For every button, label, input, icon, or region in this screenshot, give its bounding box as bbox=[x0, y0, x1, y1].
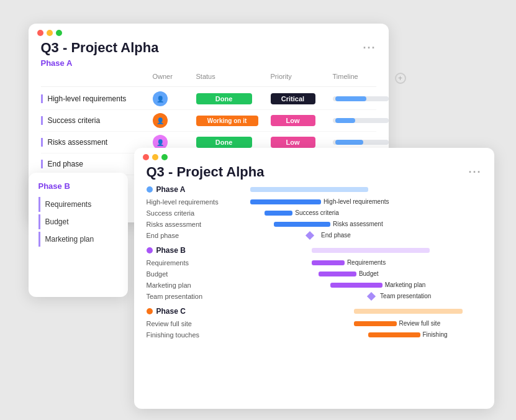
priority-badge: Critical bbox=[271, 93, 315, 104]
gantt-phase-b-header: Phase B bbox=[147, 244, 246, 257]
timeline-bar-container bbox=[333, 96, 389, 101]
bar-label: Requirements bbox=[347, 259, 386, 266]
priority-cell[interactable]: Low bbox=[271, 137, 333, 148]
avatar: 👤 bbox=[153, 91, 168, 106]
status-cell[interactable]: Working on it bbox=[196, 116, 271, 126]
gantt-task: Risks assessment bbox=[147, 219, 246, 230]
bar bbox=[312, 260, 345, 265]
gantt-phase-a-header: Phase A bbox=[147, 183, 246, 196]
gantt-phase-c-header: Phase C bbox=[147, 304, 246, 318]
gantt-bar-row: Team presentation bbox=[246, 291, 482, 302]
timeline-bar bbox=[335, 118, 355, 123]
gantt-bar-row: Success criteria bbox=[246, 208, 482, 219]
bar-label: Review full site bbox=[399, 320, 441, 327]
bar-label: High-level requirements bbox=[324, 198, 389, 205]
gantt-bar-row: Review full site bbox=[246, 318, 482, 329]
phase-b-bar-row bbox=[246, 244, 482, 257]
tl-green-2[interactable] bbox=[161, 154, 168, 160]
status-badge: Done bbox=[196, 93, 252, 104]
gantt-bar-row: Budget bbox=[246, 268, 482, 280]
timeline-bar bbox=[335, 140, 363, 145]
gantt-task: Finishing touches bbox=[147, 329, 246, 340]
gantt-task: Team presentation bbox=[147, 291, 246, 302]
table-row: High-level requirements 👤 Done Critical bbox=[41, 88, 376, 110]
more-menu-button[interactable]: ··· bbox=[363, 42, 376, 55]
phase-a-dot bbox=[147, 186, 153, 193]
traffic-lights-2 bbox=[134, 148, 494, 164]
avatar: 👤 bbox=[153, 113, 168, 128]
phase-b-dot bbox=[147, 247, 153, 253]
bar-label: Success criteria bbox=[295, 209, 339, 216]
sidebar-panel: Phase B Requirements Budget Marketing pl… bbox=[29, 173, 128, 297]
add-column-button[interactable]: + bbox=[395, 73, 406, 84]
diamond bbox=[306, 231, 314, 240]
owner-cell: 👤 bbox=[153, 91, 196, 106]
timeline-cell bbox=[333, 96, 395, 101]
phase-a-bar bbox=[250, 187, 368, 192]
timeline-bar-container bbox=[333, 140, 389, 145]
priority-cell[interactable]: Low bbox=[271, 115, 333, 126]
table-header: Owner Status Priority Timeline + bbox=[41, 73, 376, 87]
diamond bbox=[367, 292, 376, 301]
timeline-bar bbox=[335, 96, 366, 101]
phase-b-label: Phase B bbox=[38, 181, 118, 191]
bar bbox=[274, 222, 330, 227]
gantt-bar-row: High-level requirements bbox=[246, 196, 482, 208]
col-task bbox=[41, 73, 153, 84]
traffic-lights bbox=[29, 24, 389, 40]
more-menu-button-2[interactable]: ··· bbox=[468, 166, 481, 179]
phase-c-bar-row bbox=[246, 304, 482, 318]
tl-yellow-2[interactable] bbox=[152, 154, 158, 160]
tl-green[interactable] bbox=[56, 30, 62, 36]
tl-red[interactable] bbox=[37, 30, 43, 36]
gantt-grid: Phase A High-level requirements Success … bbox=[147, 183, 482, 340]
task-label: Risks assessment bbox=[41, 138, 153, 147]
bar bbox=[368, 332, 420, 337]
bar-label: End phase bbox=[321, 232, 351, 239]
priority-badge: Low bbox=[271, 137, 315, 148]
gantt-task: Success criteria bbox=[147, 208, 246, 219]
status-cell[interactable]: Done bbox=[196, 93, 271, 104]
gantt-task: High-level requirements bbox=[147, 196, 246, 208]
gantt-task: End phase bbox=[147, 230, 246, 241]
tl-yellow[interactable] bbox=[47, 30, 53, 36]
bar bbox=[354, 321, 396, 326]
priority-cell[interactable]: Critical bbox=[271, 93, 333, 104]
gantt-bar-row: End phase bbox=[246, 230, 482, 241]
gantt-bar-row: Requirements bbox=[246, 257, 482, 268]
phase-a-label: Phase A bbox=[41, 58, 376, 68]
gantt-bars: High-level requirements Success criteria… bbox=[246, 183, 482, 340]
phase-c-bar bbox=[354, 309, 463, 314]
gantt-task: Requirements bbox=[147, 257, 246, 268]
gantt-labels: Phase A High-level requirements Success … bbox=[147, 183, 246, 340]
scene: Q3 - Project Alpha ··· Phase A Owner Sta… bbox=[16, 11, 500, 409]
task-label: Success criteria bbox=[41, 116, 153, 125]
sidebar-item-budget[interactable]: Budget bbox=[38, 214, 118, 229]
sidebar-item-marketing[interactable]: Marketing plan bbox=[38, 232, 118, 247]
tl-red-2[interactable] bbox=[143, 154, 149, 160]
col-timeline: Timeline bbox=[333, 73, 395, 84]
priority-badge: Low bbox=[271, 115, 315, 126]
gantt-task: Budget bbox=[147, 268, 246, 280]
bar-label: Team presentation bbox=[380, 293, 431, 299]
sidebar-item-requirements[interactable]: Requirements bbox=[38, 197, 118, 212]
phase-c-dot bbox=[147, 308, 153, 314]
timeline-bar-container bbox=[333, 118, 389, 123]
window2-title-row: Q3 - Project Alpha ··· bbox=[147, 164, 482, 180]
owner-cell: 👤 bbox=[153, 113, 196, 128]
col-owner: Owner bbox=[153, 73, 196, 84]
task-label: High-level requirements bbox=[41, 94, 153, 103]
status-cell[interactable]: Done bbox=[196, 137, 271, 148]
gantt-bar-row: Marketing plan bbox=[246, 280, 482, 291]
window1-title-row: Q3 - Project Alpha ··· bbox=[41, 40, 376, 56]
status-badge: Working on it bbox=[196, 116, 258, 126]
bar-label: Marketing plan bbox=[385, 281, 426, 288]
phase-b-bar bbox=[312, 248, 430, 253]
bar bbox=[319, 272, 356, 276]
timeline-cell bbox=[333, 118, 395, 123]
gantt-bar-row: Finishing bbox=[246, 329, 482, 340]
bar-label: Budget bbox=[359, 270, 379, 277]
col-priority: Priority bbox=[271, 73, 333, 84]
bar bbox=[330, 283, 382, 288]
gantt-task: Marketing plan bbox=[147, 280, 246, 291]
